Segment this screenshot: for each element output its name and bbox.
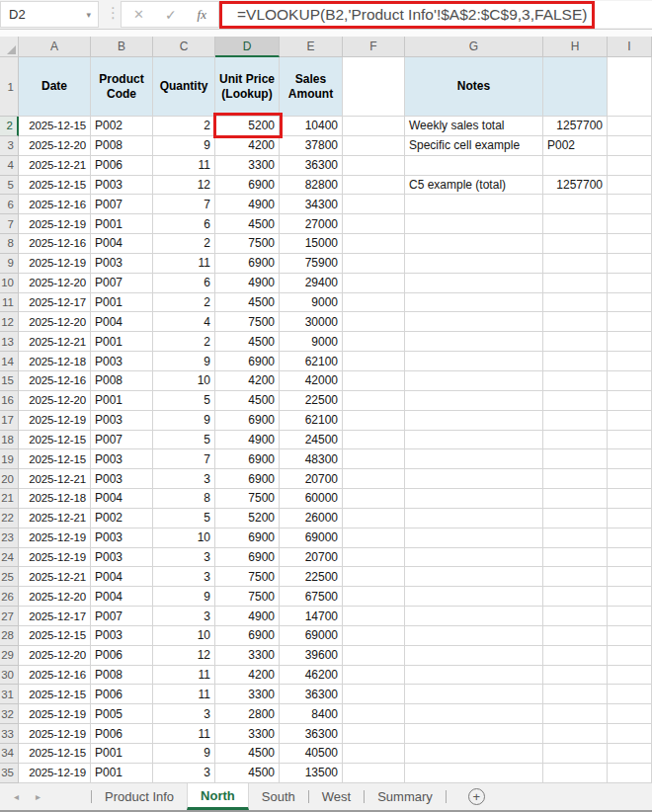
cell-F27[interactable] xyxy=(343,607,405,626)
cell-A29[interactable]: 2025-12-20 xyxy=(19,646,91,666)
cell-H17[interactable] xyxy=(543,411,608,431)
cell-C31[interactable]: 11 xyxy=(153,685,215,704)
cell-E3[interactable]: 37800 xyxy=(280,136,343,156)
cell-G6[interactable] xyxy=(405,195,543,214)
cell-D18[interactable]: 4900 xyxy=(215,431,280,450)
cell-I5[interactable] xyxy=(608,176,652,196)
cell-F6[interactable] xyxy=(343,195,405,214)
cell-I19[interactable] xyxy=(608,449,652,469)
cell-E17[interactable]: 62100 xyxy=(280,411,343,431)
cell-E26[interactable]: 67500 xyxy=(280,587,343,607)
cell-C8[interactable]: 2 xyxy=(153,234,215,254)
cell-A16[interactable]: 2025-12-20 xyxy=(19,391,91,411)
enter-icon[interactable]: ✓ xyxy=(165,7,177,23)
name-box[interactable]: D2 ▾ xyxy=(0,1,99,28)
cell-C30[interactable]: 11 xyxy=(153,666,215,686)
select-all-corner[interactable] xyxy=(0,37,19,57)
row-header-3[interactable]: 3 xyxy=(0,136,19,156)
cell-C5[interactable]: 12 xyxy=(153,176,215,196)
cell-E5[interactable]: 82800 xyxy=(280,176,343,196)
cell-B33[interactable]: P006 xyxy=(91,724,153,744)
cell-B28[interactable]: P003 xyxy=(91,626,153,646)
cell-I29[interactable] xyxy=(608,646,652,666)
cell-F2[interactable] xyxy=(343,117,405,136)
cell-B34[interactable]: P001 xyxy=(91,744,153,764)
cell-D19[interactable]: 6900 xyxy=(215,449,280,469)
cell-H8[interactable] xyxy=(543,234,608,254)
cell-E13[interactable]: 9000 xyxy=(280,332,343,352)
row-header-11[interactable]: 11 xyxy=(0,293,19,313)
cell-C33[interactable]: 11 xyxy=(153,724,215,744)
cell-F33[interactable] xyxy=(343,724,405,744)
cell-H14[interactable] xyxy=(543,352,608,371)
cell-I18[interactable] xyxy=(608,431,652,450)
column-header-I[interactable]: I xyxy=(608,37,652,57)
cell-H6[interactable] xyxy=(543,195,608,214)
cell-H12[interactable] xyxy=(543,312,608,332)
cell-I21[interactable] xyxy=(608,489,652,509)
cell-A1[interactable]: Date xyxy=(19,57,91,117)
cell-H10[interactable] xyxy=(543,274,608,293)
row-header-26[interactable]: 26 xyxy=(0,587,19,607)
cell-G13[interactable] xyxy=(405,332,543,352)
cell-B22[interactable]: P002 xyxy=(91,509,153,528)
cell-I34[interactable] xyxy=(608,744,652,764)
cell-I33[interactable] xyxy=(608,724,652,744)
cell-D28[interactable]: 6900 xyxy=(215,626,280,646)
cell-D27[interactable]: 4900 xyxy=(215,607,280,626)
cell-I3[interactable] xyxy=(608,136,652,156)
cell-B19[interactable]: P003 xyxy=(91,449,153,469)
cell-F8[interactable] xyxy=(343,234,405,254)
cell-E35[interactable]: 13500 xyxy=(280,764,343,783)
cell-F19[interactable] xyxy=(343,449,405,469)
row-header-29[interactable]: 29 xyxy=(0,646,19,666)
cell-H21[interactable] xyxy=(543,489,608,509)
cell-I20[interactable] xyxy=(608,469,652,489)
cell-H15[interactable] xyxy=(543,371,608,391)
cell-G35[interactable] xyxy=(405,764,543,783)
cell-D15[interactable]: 4200 xyxy=(215,371,280,391)
cell-F14[interactable] xyxy=(343,352,405,371)
name-box-dropdown-icon[interactable]: ▾ xyxy=(86,10,91,20)
cell-G32[interactable] xyxy=(405,704,543,724)
cell-A3[interactable]: 2025-12-20 xyxy=(19,136,91,156)
cell-F32[interactable] xyxy=(343,704,405,724)
cell-D34[interactable]: 4500 xyxy=(215,744,280,764)
cell-F35[interactable] xyxy=(343,764,405,783)
cell-G7[interactable] xyxy=(405,214,543,234)
cell-C34[interactable]: 9 xyxy=(153,744,215,764)
cell-H16[interactable] xyxy=(543,391,608,411)
cell-E9[interactable]: 75900 xyxy=(280,254,343,274)
column-header-E[interactable]: E xyxy=(280,37,343,57)
row-header-34[interactable]: 34 xyxy=(0,744,19,764)
cell-F26[interactable] xyxy=(343,587,405,607)
cell-I23[interactable] xyxy=(608,528,652,548)
cell-A13[interactable]: 2025-12-21 xyxy=(19,332,91,352)
cell-D12[interactable]: 7500 xyxy=(215,312,280,332)
cell-G2[interactable]: Weekly sales total xyxy=(405,117,543,136)
cell-H22[interactable] xyxy=(543,509,608,528)
cell-B29[interactable]: P006 xyxy=(91,646,153,666)
cell-I7[interactable] xyxy=(608,214,652,234)
cell-G25[interactable] xyxy=(405,567,543,587)
cell-A30[interactable]: 2025-12-16 xyxy=(19,666,91,686)
cell-B2[interactable]: P002 xyxy=(91,117,153,136)
row-header-27[interactable]: 27 xyxy=(0,607,19,626)
cell-F29[interactable] xyxy=(343,646,405,666)
cell-A18[interactable]: 2025-12-15 xyxy=(19,431,91,450)
row-header-6[interactable]: 6 xyxy=(0,195,19,214)
cell-F30[interactable] xyxy=(343,666,405,686)
cell-F25[interactable] xyxy=(343,567,405,587)
cell-I32[interactable] xyxy=(608,704,652,724)
row-header-24[interactable]: 24 xyxy=(0,548,19,568)
cell-H13[interactable] xyxy=(543,332,608,352)
cell-C16[interactable]: 5 xyxy=(153,391,215,411)
cell-H4[interactable] xyxy=(543,156,608,176)
cell-G28[interactable] xyxy=(405,626,543,646)
cell-B5[interactable]: P003 xyxy=(91,176,153,196)
row-header-30[interactable]: 30 xyxy=(0,666,19,686)
cell-A28[interactable]: 2025-12-15 xyxy=(19,626,91,646)
cell-G11[interactable] xyxy=(405,293,543,313)
cell-C12[interactable]: 4 xyxy=(153,312,215,332)
cell-F21[interactable] xyxy=(343,489,405,509)
